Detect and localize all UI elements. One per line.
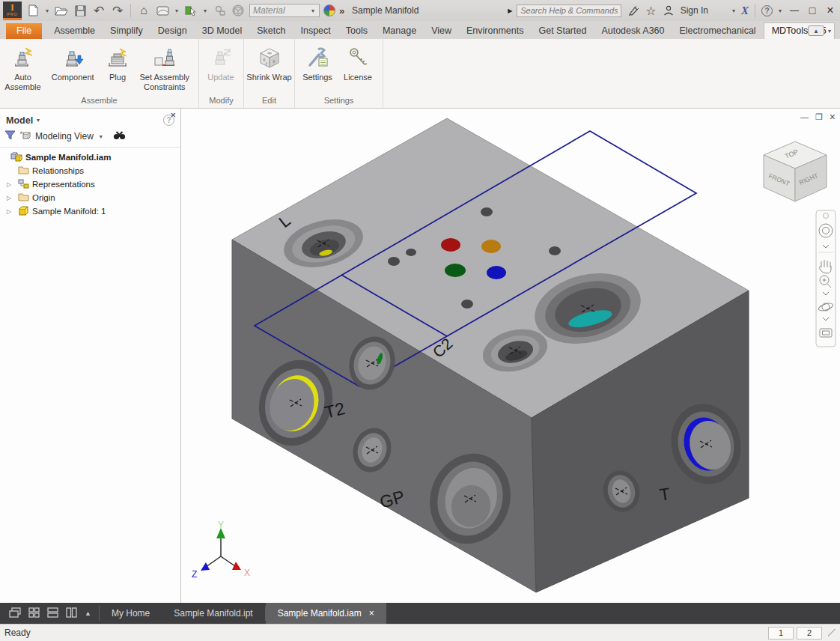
tab-simplify[interactable]: Simplify [103, 23, 150, 39]
material-sphere-icon[interactable] [231, 3, 246, 18]
tab-design[interactable]: Design [150, 23, 195, 39]
tab-assemble[interactable]: Assemble [46, 23, 103, 39]
browser-title-caret-icon[interactable]: ▾ [35, 117, 41, 124]
tab-sketch[interactable]: Sketch [249, 23, 293, 39]
render-caret-icon[interactable]: ▾ [174, 7, 180, 14]
undo-button[interactable]: ↶ [91, 3, 106, 18]
manifold-scene[interactable]: L C2 T2 GP T Y Z X [181, 109, 840, 603]
search-input[interactable] [517, 4, 621, 17]
help-icon[interactable]: ? [761, 5, 773, 16]
iproperties-button[interactable] [212, 3, 227, 18]
inventor-logo[interactable]: I PRO [3, 1, 22, 20]
tile-windows-icon[interactable] [28, 607, 40, 620]
settings-button[interactable]: Settings [297, 41, 338, 82]
open-button[interactable] [54, 3, 69, 18]
close-button[interactable]: × [824, 4, 837, 17]
shrink-wrap-button[interactable]: Shrink Wrap [246, 41, 292, 82]
doc-restore-icon[interactable]: ❐ [815, 112, 823, 122]
community-icon[interactable] [626, 3, 641, 18]
browser-close-icon[interactable]: × [170, 109, 176, 121]
tree-item-representations[interactable]: ▷ Representations [0, 177, 180, 191]
tree-item-relationships[interactable]: Relationships [0, 164, 180, 177]
tab-file[interactable]: File [6, 23, 42, 39]
doc-tab-sample-manifold-ipt[interactable]: Sample Manifold.ipt [162, 603, 264, 624]
toolbar-separator [755, 4, 755, 17]
new-file-button[interactable] [25, 3, 40, 18]
navigation-bar[interactable] [816, 210, 836, 347]
view-mode-caret-icon[interactable]: ▾ [98, 133, 104, 140]
collapse-tabs-icon[interactable]: ▲ [85, 610, 91, 617]
save-button[interactable] [73, 3, 88, 18]
doc-tab-sample-manifold-iam[interactable]: Sample Manifold.iam × [266, 603, 386, 624]
tab-get-started[interactable]: Get Started [531, 23, 594, 39]
cascade-windows-icon[interactable] [9, 607, 21, 620]
favorites-star-icon[interactable]: ☆ [645, 4, 656, 18]
tree-label: Representations [32, 180, 95, 189]
select-button[interactable] [183, 3, 198, 18]
caret-right-icon[interactable]: ▷ [7, 208, 14, 215]
caret-right-icon[interactable]: ▷ [7, 181, 14, 188]
tab-autodesk-a360[interactable]: Autodesk A360 [594, 23, 672, 39]
tab-close-icon[interactable]: × [369, 608, 374, 619]
tab-inspect[interactable]: Inspect [293, 23, 338, 39]
tree-item-part[interactable]: ▷ Sample Manifold: 1 [0, 204, 180, 218]
doc-tab-my-home[interactable]: My Home [100, 603, 162, 624]
material-combobox[interactable]: Material ▾ [249, 4, 320, 17]
set-assembly-constraints-button[interactable]: Set Assembly Constraints [133, 41, 196, 92]
help-caret-icon[interactable]: ▾ [777, 7, 783, 14]
folder-icon [18, 165, 29, 176]
user-icon[interactable] [661, 3, 676, 18]
doc-close-icon[interactable]: × [830, 111, 836, 123]
sign-in-button[interactable]: Sign In [681, 5, 708, 16]
3d-viewport[interactable]: L C2 T2 GP T Y Z X [181, 109, 840, 603]
model-tree: Sample Manifold.iam Relationships ▷ Repr… [0, 148, 180, 218]
select-caret-icon[interactable]: ▾ [202, 7, 208, 14]
auto-assemble-label: Auto Assemble [2, 73, 43, 92]
view-mode-icon[interactable] [20, 130, 31, 142]
redo-button[interactable]: ↷ [110, 3, 125, 18]
ribbon-collapse-button[interactable]: ▲ ▾ [808, 25, 833, 36]
horizontal-tile-icon[interactable] [47, 607, 58, 620]
toolbar-separator [130, 4, 131, 17]
caret-right-icon[interactable]: ▷ [7, 195, 14, 201]
plug-button[interactable]: Plug [102, 41, 133, 82]
component-button[interactable]: Component [43, 41, 102, 82]
shrink-wrap-label: Shrink Wrap [246, 73, 291, 82]
tab-environments[interactable]: Environments [459, 23, 531, 39]
auto-assemble-button[interactable]: Auto Assemble [2, 41, 43, 92]
appearance-wheel-icon[interactable] [323, 4, 335, 16]
license-button[interactable]: License [338, 41, 378, 82]
tree-item-assembly-root[interactable]: Sample Manifold.iam [0, 151, 180, 164]
license-label: License [344, 73, 372, 82]
panel-expand-icon[interactable]: ▶ [508, 7, 512, 14]
minimize-button[interactable]: — [788, 5, 801, 16]
doc-minimize-icon[interactable]: — [800, 112, 809, 121]
tab-3d-model[interactable]: 3D Model [195, 23, 250, 39]
tab-manage[interactable]: Manage [375, 23, 424, 39]
vertical-tile-icon[interactable] [66, 607, 77, 620]
view-cube[interactable]: TOP FRONT RIGHT [764, 142, 827, 201]
signin-caret-icon[interactable]: ▾ [731, 7, 737, 14]
component-label: Component [52, 73, 94, 82]
status-field-1: 1 [768, 627, 794, 640]
new-file-caret-icon[interactable]: ▾ [44, 7, 50, 14]
exchange-apps-icon[interactable]: X [741, 4, 749, 17]
view-mode-select[interactable]: Modeling View [35, 131, 94, 142]
update-button: Update [201, 41, 240, 82]
filter-icon[interactable] [4, 130, 16, 142]
resize-grip[interactable] [828, 629, 836, 637]
browser-title[interactable]: Model [6, 115, 33, 126]
group-label-assemble: Assemble [0, 95, 198, 108]
toolbar-overflow-icon[interactable]: » [339, 5, 344, 16]
tab-tools[interactable]: Tools [338, 23, 375, 39]
settings-icon [305, 43, 329, 73]
tab-view[interactable]: View [424, 23, 459, 39]
maximize-button[interactable]: □ [806, 4, 819, 16]
tab-electromechanical[interactable]: Electromechanical [672, 23, 764, 39]
tree-item-origin[interactable]: ▷ Origin [0, 191, 180, 204]
auto-assemble-icon [10, 43, 34, 73]
render-button[interactable] [155, 3, 170, 18]
home-button[interactable]: ⌂ [136, 3, 151, 18]
settings-label: Settings [302, 73, 332, 82]
search-binoculars-icon[interactable] [113, 130, 126, 142]
